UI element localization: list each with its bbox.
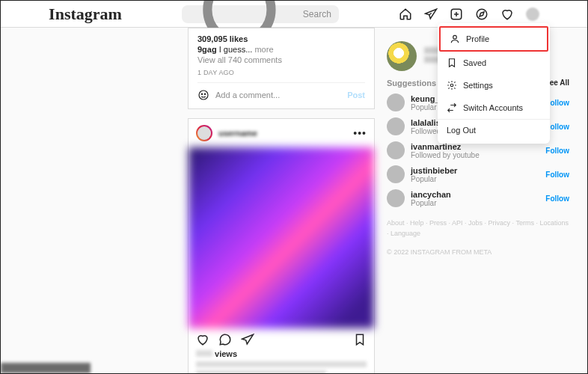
post-caption: 9gag I guess... more <box>197 45 365 54</box>
search-input[interactable]: Search <box>182 5 339 23</box>
caption-more[interactable]: more <box>254 45 273 54</box>
svg-point-10 <box>453 35 457 39</box>
suggestion-avatar[interactable] <box>387 189 405 207</box>
emoji-icon[interactable] <box>197 89 209 101</box>
nav-icons <box>399 7 539 21</box>
suggestion-row: justinbieberPopularFollow <box>387 165 569 183</box>
svg-point-8 <box>201 94 202 94</box>
post-image[interactable] <box>189 147 374 328</box>
feed: 309,095 likes 9gag I guess... more View … <box>188 28 375 374</box>
caption-username[interactable]: 9gag <box>197 45 217 54</box>
menu-switch-accounts[interactable]: Switch Accounts <box>438 96 550 119</box>
search-placeholder: Search <box>303 9 331 19</box>
add-comment-row: Add a comment... Post <box>197 82 365 101</box>
menu-logout[interactable]: Log Out <box>438 119 550 141</box>
bookmark-icon[interactable] <box>353 333 367 346</box>
menu-saved[interactable]: Saved <box>438 52 550 74</box>
profile-dropdown: Profile Saved Settings Switch Accounts L… <box>438 23 550 144</box>
caption-blur <box>196 361 367 367</box>
menu-profile[interactable]: Profile <box>439 26 548 52</box>
suggestion-avatar[interactable] <box>387 141 405 159</box>
messenger-icon[interactable] <box>424 7 438 21</box>
svg-point-11 <box>450 84 453 87</box>
profile-icon <box>450 34 460 44</box>
comment-input[interactable]: Add a comment... <box>215 91 280 99</box>
follow-button[interactable]: Follow <box>545 171 569 179</box>
suggestion-row: ivanmartinezFollowed by youtubeFollow <box>387 141 569 159</box>
taskbar-blur <box>1 363 91 373</box>
new-post-icon[interactable] <box>450 7 463 21</box>
activity-icon[interactable] <box>500 7 514 21</box>
logo[interactable]: Instagram <box>49 4 122 24</box>
current-user-avatar[interactable] <box>387 41 417 71</box>
suggestion-avatar[interactable] <box>387 94 405 111</box>
footer-copy: © 2022 INSTAGRAM FROM META <box>387 247 569 257</box>
suggestion-sub: Popular <box>411 199 451 207</box>
suggestion-sub: Followed by youtube <box>411 151 480 159</box>
follow-button[interactable]: Follow <box>545 194 569 203</box>
caption-text: I guess... <box>219 45 253 54</box>
post-more-icon[interactable]: ••• <box>353 127 367 139</box>
suggestion-avatar[interactable] <box>387 165 405 183</box>
svg-point-5 <box>477 9 487 19</box>
share-icon[interactable] <box>241 333 254 346</box>
post-time: 1 DAY AGO <box>197 69 365 76</box>
profile-avatar-nav[interactable] <box>526 7 539 21</box>
switch-icon <box>447 102 457 113</box>
gear-icon <box>447 80 457 91</box>
footer-links[interactable]: About · Help · Press · API · Jobs · Priv… <box>387 218 569 239</box>
suggestion-username[interactable]: justinbieber <box>411 166 457 175</box>
post-comment-button[interactable]: Post <box>347 91 365 99</box>
svg-point-9 <box>204 94 205 94</box>
suggestion-sub: Popular <box>411 175 457 183</box>
post-card: username ••• views View all 200 comments… <box>188 118 375 374</box>
suggestion-avatar[interactable] <box>387 117 405 135</box>
comment-icon[interactable] <box>218 333 232 346</box>
bookmark-icon <box>447 58 457 68</box>
svg-point-7 <box>199 91 208 99</box>
suggestion-row: iancychanPopularFollow <box>387 189 569 207</box>
explore-icon[interactable] <box>475 7 489 21</box>
view-comments-link[interactable]: View all 740 comments <box>197 55 365 64</box>
follow-button[interactable]: Follow <box>545 147 569 155</box>
like-icon[interactable] <box>196 333 209 346</box>
post-avatar[interactable] <box>196 125 212 141</box>
post-actions <box>189 328 374 349</box>
post-username[interactable]: username <box>218 129 257 138</box>
suggestion-username[interactable]: iancychan <box>411 190 451 199</box>
post-card: 309,095 likes 9gag I guess... more View … <box>188 28 375 109</box>
post-header: username ••• <box>189 119 374 147</box>
svg-marker-6 <box>480 12 484 16</box>
like-count[interactable]: 309,095 likes <box>197 34 365 43</box>
home-icon[interactable] <box>399 7 412 21</box>
view-count[interactable]: views <box>189 349 374 358</box>
caption-blur <box>196 370 326 374</box>
menu-settings[interactable]: Settings <box>438 74 550 96</box>
